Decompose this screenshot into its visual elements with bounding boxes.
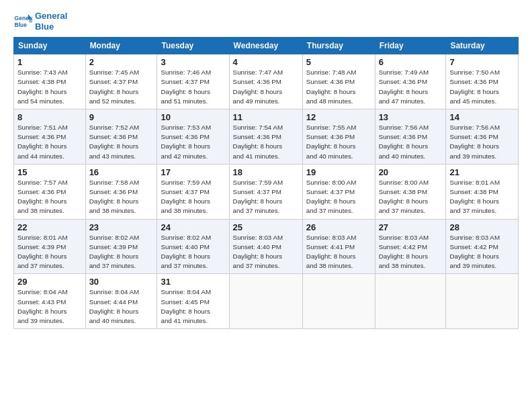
header: General Blue GeneralBlue [13, 11, 519, 32]
day-info: Sunrise: 8:04 AM Sunset: 4:43 PM Dayligh… [17, 287, 82, 326]
calendar-cell: 16 Sunrise: 7:58 AM Sunset: 4:36 PM Dayl… [85, 164, 157, 219]
day-number: 12 [306, 112, 371, 122]
day-number: 4 [233, 57, 299, 67]
calendar-cell [229, 274, 302, 329]
calendar-cell: 1 Sunrise: 7:43 AM Sunset: 4:38 PM Dayli… [14, 54, 86, 109]
day-info: Sunrise: 7:58 AM Sunset: 4:36 PM Dayligh… [89, 178, 154, 216]
calendar-cell: 5 Sunrise: 7:48 AM Sunset: 4:36 PM Dayli… [302, 54, 375, 109]
day-info: Sunrise: 8:00 AM Sunset: 4:38 PM Dayligh… [379, 178, 443, 216]
day-number: 14 [449, 112, 515, 122]
calendar-week-4: 22 Sunrise: 8:01 AM Sunset: 4:39 PM Dayl… [14, 219, 519, 274]
day-header-friday: Friday [375, 38, 446, 54]
calendar-cell: 4 Sunrise: 7:47 AM Sunset: 4:36 PM Dayli… [229, 54, 302, 109]
day-number: 19 [306, 167, 371, 177]
page: General Blue GeneralBlue SundayMondayTue… [0, 0, 532, 411]
day-info: Sunrise: 7:51 AM Sunset: 4:36 PM Dayligh… [17, 123, 82, 161]
day-info: Sunrise: 8:02 AM Sunset: 4:40 PM Dayligh… [161, 233, 225, 271]
day-number: 10 [161, 112, 225, 122]
calendar-cell: 26 Sunrise: 8:03 AM Sunset: 4:41 PM Dayl… [302, 219, 375, 274]
day-info: Sunrise: 8:03 AM Sunset: 4:41 PM Dayligh… [306, 233, 371, 271]
calendar-cell: 2 Sunrise: 7:45 AM Sunset: 4:37 PM Dayli… [85, 54, 157, 109]
day-number: 27 [379, 222, 443, 232]
calendar-cell: 20 Sunrise: 8:00 AM Sunset: 4:38 PM Dayl… [375, 164, 446, 219]
calendar-cell: 22 Sunrise: 8:01 AM Sunset: 4:39 PM Dayl… [14, 219, 86, 274]
calendar-cell: 28 Sunrise: 8:03 AM Sunset: 4:42 PM Dayl… [446, 219, 519, 274]
day-header-sunday: Sunday [14, 38, 86, 54]
day-info: Sunrise: 7:50 AM Sunset: 4:36 PM Dayligh… [449, 68, 515, 106]
day-header-saturday: Saturday [446, 38, 519, 54]
calendar-cell: 19 Sunrise: 8:00 AM Sunset: 4:37 PM Dayl… [302, 164, 375, 219]
day-number: 5 [306, 57, 371, 67]
calendar-header-row: SundayMondayTuesdayWednesdayThursdayFrid… [14, 38, 519, 54]
day-info: Sunrise: 7:45 AM Sunset: 4:37 PM Dayligh… [89, 68, 154, 106]
calendar-cell: 30 Sunrise: 8:04 AM Sunset: 4:44 PM Dayl… [85, 274, 157, 329]
day-number: 1 [17, 57, 82, 67]
day-info: Sunrise: 8:02 AM Sunset: 4:39 PM Dayligh… [89, 233, 154, 271]
calendar-cell: 13 Sunrise: 7:56 AM Sunset: 4:36 PM Dayl… [375, 109, 446, 165]
day-header-tuesday: Tuesday [157, 38, 229, 54]
day-info: Sunrise: 8:01 AM Sunset: 4:39 PM Dayligh… [17, 233, 82, 271]
day-info: Sunrise: 8:04 AM Sunset: 4:45 PM Dayligh… [161, 287, 225, 326]
day-number: 17 [161, 167, 225, 177]
day-info: Sunrise: 7:56 AM Sunset: 4:36 PM Dayligh… [379, 123, 443, 161]
day-info: Sunrise: 7:59 AM Sunset: 4:37 PM Dayligh… [161, 178, 225, 216]
svg-text:Blue: Blue [15, 21, 28, 28]
calendar-cell: 10 Sunrise: 7:53 AM Sunset: 4:36 PM Dayl… [157, 109, 229, 165]
day-number: 11 [233, 112, 299, 122]
calendar-cell: 29 Sunrise: 8:04 AM Sunset: 4:43 PM Dayl… [14, 274, 86, 329]
calendar-cell: 3 Sunrise: 7:46 AM Sunset: 4:37 PM Dayli… [157, 54, 229, 109]
day-number: 21 [449, 167, 515, 177]
calendar-week-1: 1 Sunrise: 7:43 AM Sunset: 4:38 PM Dayli… [14, 54, 519, 109]
day-info: Sunrise: 8:03 AM Sunset: 4:42 PM Dayligh… [379, 233, 443, 271]
day-info: Sunrise: 7:43 AM Sunset: 4:38 PM Dayligh… [17, 68, 82, 106]
calendar-cell: 12 Sunrise: 7:55 AM Sunset: 4:36 PM Dayl… [302, 109, 375, 165]
calendar-cell: 9 Sunrise: 7:52 AM Sunset: 4:36 PM Dayli… [85, 109, 157, 165]
day-number: 22 [17, 222, 82, 232]
logo-text: GeneralBlue [35, 11, 67, 32]
calendar-week-2: 8 Sunrise: 7:51 AM Sunset: 4:36 PM Dayli… [14, 109, 519, 165]
day-header-monday: Monday [85, 38, 157, 54]
logo: General Blue GeneralBlue [13, 11, 67, 32]
calendar-cell: 6 Sunrise: 7:49 AM Sunset: 4:36 PM Dayli… [375, 54, 446, 109]
day-number: 6 [379, 57, 443, 67]
day-info: Sunrise: 7:54 AM Sunset: 4:36 PM Dayligh… [233, 123, 299, 161]
day-info: Sunrise: 7:49 AM Sunset: 4:36 PM Dayligh… [379, 68, 443, 106]
calendar-table: SundayMondayTuesdayWednesdayThursdayFrid… [13, 37, 519, 329]
day-number: 23 [89, 222, 154, 232]
day-info: Sunrise: 8:00 AM Sunset: 4:37 PM Dayligh… [306, 178, 371, 216]
calendar-cell: 8 Sunrise: 7:51 AM Sunset: 4:36 PM Dayli… [14, 109, 86, 165]
day-info: Sunrise: 7:57 AM Sunset: 4:36 PM Dayligh… [17, 178, 82, 216]
day-info: Sunrise: 7:59 AM Sunset: 4:37 PM Dayligh… [233, 178, 299, 216]
day-number: 2 [89, 57, 154, 67]
day-number: 3 [161, 57, 225, 67]
calendar-cell: 27 Sunrise: 8:03 AM Sunset: 4:42 PM Dayl… [375, 219, 446, 274]
day-header-wednesday: Wednesday [229, 38, 302, 54]
day-info: Sunrise: 7:55 AM Sunset: 4:36 PM Dayligh… [306, 123, 371, 161]
calendar-cell: 24 Sunrise: 8:02 AM Sunset: 4:40 PM Dayl… [157, 219, 229, 274]
calendar-cell [302, 274, 375, 329]
calendar-week-5: 29 Sunrise: 8:04 AM Sunset: 4:43 PM Dayl… [14, 274, 519, 329]
day-info: Sunrise: 7:56 AM Sunset: 4:36 PM Dayligh… [449, 123, 515, 161]
day-number: 20 [379, 167, 443, 177]
calendar-cell: 15 Sunrise: 7:57 AM Sunset: 4:36 PM Dayl… [14, 164, 86, 219]
calendar-cell: 17 Sunrise: 7:59 AM Sunset: 4:37 PM Dayl… [157, 164, 229, 219]
day-info: Sunrise: 8:01 AM Sunset: 4:38 PM Dayligh… [449, 178, 515, 216]
day-number: 8 [17, 112, 82, 122]
day-info: Sunrise: 7:52 AM Sunset: 4:36 PM Dayligh… [89, 123, 154, 161]
day-number: 24 [161, 222, 225, 232]
day-number: 7 [449, 57, 515, 67]
calendar-cell: 14 Sunrise: 7:56 AM Sunset: 4:36 PM Dayl… [446, 109, 519, 165]
day-info: Sunrise: 8:03 AM Sunset: 4:42 PM Dayligh… [449, 233, 515, 271]
calendar-cell: 11 Sunrise: 7:54 AM Sunset: 4:36 PM Dayl… [229, 109, 302, 165]
day-info: Sunrise: 8:03 AM Sunset: 4:40 PM Dayligh… [233, 233, 299, 271]
logo-icon: General Blue [13, 12, 32, 31]
day-number: 13 [379, 112, 443, 122]
calendar-cell: 31 Sunrise: 8:04 AM Sunset: 4:45 PM Dayl… [157, 274, 229, 329]
day-number: 15 [17, 167, 82, 177]
day-number: 29 [17, 277, 82, 287]
day-header-thursday: Thursday [302, 38, 375, 54]
calendar-cell: 25 Sunrise: 8:03 AM Sunset: 4:40 PM Dayl… [229, 219, 302, 274]
calendar-cell [446, 274, 519, 329]
day-info: Sunrise: 7:53 AM Sunset: 4:36 PM Dayligh… [161, 123, 225, 161]
calendar-cell [375, 274, 446, 329]
